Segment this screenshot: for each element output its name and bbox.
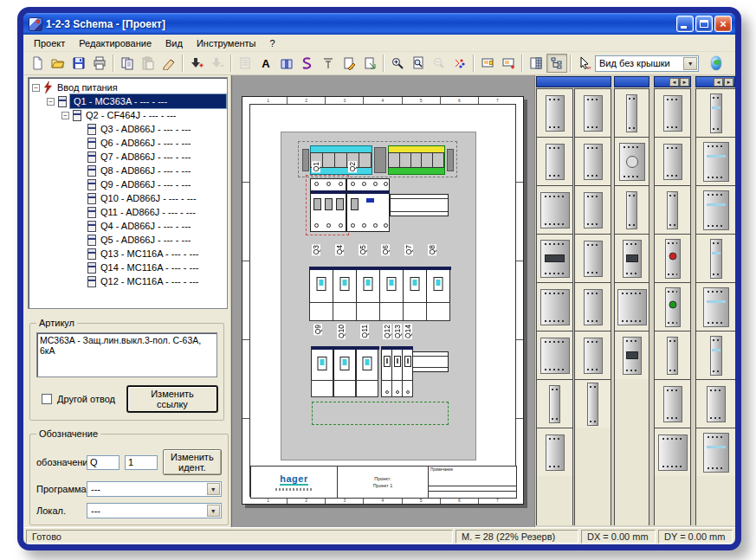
other-tap-checkbox[interactable] — [42, 394, 52, 404]
tree-item[interactable]: Q8 - AD866J - --- - --- — [29, 164, 227, 177]
catalog-cell[interactable] — [536, 379, 573, 428]
catalog-cell[interactable] — [695, 88, 735, 138]
pencil-button[interactable] — [158, 54, 179, 73]
open-button[interactable] — [48, 54, 68, 73]
catalog-cell[interactable] — [614, 234, 649, 283]
tree-item[interactable]: Q3 - AD866J - --- - --- — [29, 122, 227, 136]
menu-item-0[interactable]: Проект — [27, 36, 72, 50]
tree-item[interactable]: Q11 - AD866J - --- - --- — [29, 205, 227, 219]
panel-view-button[interactable] — [526, 54, 546, 73]
tree-expander[interactable]: − — [47, 98, 55, 106]
catalog-cell[interactable] — [614, 137, 649, 186]
options-button[interactable] — [449, 54, 470, 73]
catalog-cell[interactable] — [574, 379, 611, 428]
tree-item[interactable]: Q13 - MC116A - --- - --- — [29, 247, 227, 261]
insert-component-button[interactable] — [186, 54, 207, 73]
catalog-cell[interactable] — [614, 282, 649, 331]
catalog-cell[interactable] — [536, 137, 573, 186]
catalog-cell[interactable] — [574, 234, 611, 283]
designation-number-input[interactable]: 1 — [125, 455, 158, 470]
tree-expander[interactable]: − — [61, 112, 69, 119]
tree-view-button[interactable] — [546, 54, 567, 73]
catalog-cell[interactable] — [654, 379, 691, 428]
project-tree[interactable]: −Ввод питания−Q1 - MC363A - --- - ---−Q2… — [28, 77, 228, 309]
catalog-cell[interactable] — [695, 379, 735, 428]
tree-item[interactable]: Q12 - MC116A - --- - --- — [29, 274, 227, 288]
catalog-cell[interactable] — [574, 137, 611, 186]
device-q6[interactable] — [379, 267, 404, 303]
catalog-cell[interactable] — [695, 234, 735, 283]
frame-add-button[interactable] — [498, 54, 519, 73]
device-q2-rccb[interactable] — [346, 178, 390, 232]
catalog-group-header[interactable] — [614, 76, 649, 87]
save-button[interactable] — [68, 54, 89, 73]
copy-button[interactable] — [117, 54, 138, 73]
catalog-cell[interactable] — [536, 185, 573, 235]
chevron-down-icon[interactable]: ▼ — [683, 57, 697, 70]
print-button[interactable] — [89, 54, 110, 73]
catalog-cell[interactable] — [695, 331, 735, 380]
scroll-left-icon[interactable]: ◄ — [669, 78, 679, 87]
pointer-button[interactable]: er — [574, 54, 595, 73]
catalog-cell[interactable] — [695, 185, 735, 235]
catalog-group-header[interactable]: ◄► — [654, 76, 691, 87]
tree-item[interactable]: −Q1 - MC363A - --- - --- — [29, 94, 227, 108]
catalog-cell[interactable] — [654, 137, 691, 186]
pe-terminal-block[interactable] — [388, 145, 445, 175]
catalog-cell[interactable] — [695, 428, 735, 477]
tree-root-row[interactable]: −Ввод питания — [29, 80, 227, 94]
catalog-cell[interactable] — [695, 282, 735, 331]
device-q8[interactable] — [426, 267, 450, 303]
catalog-cell[interactable] — [654, 282, 691, 331]
program-select[interactable]: --- ▼ — [87, 481, 222, 497]
globe-icon[interactable] — [711, 56, 721, 70]
change-ident-button[interactable]: Изменить идент. — [163, 449, 222, 475]
change-link-button[interactable]: Изменить ссылку — [127, 386, 217, 412]
tree-item[interactable]: Q7 - AD866J - --- - --- — [29, 150, 227, 164]
catalog-group-header[interactable]: ◄► — [695, 76, 735, 87]
tree-item[interactable]: Q5 - AD866J - --- - --- — [29, 233, 227, 247]
designation-prefix-input[interactable]: Q — [87, 455, 120, 470]
catalog-cell[interactable] — [654, 185, 691, 235]
chevron-down-icon[interactable]: ▼ — [207, 483, 220, 495]
catalog-cell[interactable] — [574, 331, 611, 380]
artikul-textbox[interactable]: MC363A - Защ.лин.выкл.3-пол. C-63A, 6кА — [36, 332, 217, 377]
catalog-group-header[interactable] — [536, 76, 611, 87]
catalog-cell[interactable] — [536, 234, 573, 283]
catalog-cell[interactable] — [574, 185, 611, 235]
catalog-cell[interactable] — [614, 88, 649, 138]
maximize-button[interactable] — [695, 16, 713, 32]
catalog-cell[interactable] — [614, 185, 649, 235]
catalog-cell[interactable] — [654, 234, 691, 283]
tree-item[interactable]: Q9 - AD866J - --- - --- — [29, 177, 227, 191]
menu-item-4[interactable]: ? — [263, 36, 282, 50]
hager-symbol-button[interactable] — [297, 54, 318, 73]
device-q11[interactable] — [356, 346, 378, 381]
menu-item-1[interactable]: Редактирование — [72, 36, 158, 50]
tree-item[interactable]: Q4 - AD866J - --- - --- — [29, 219, 227, 233]
print-preview-button[interactable] — [408, 54, 429, 73]
catalog-cell[interactable] — [536, 282, 573, 331]
minimize-button[interactable] — [676, 16, 694, 32]
scroll-left-icon[interactable]: ◄ — [714, 78, 723, 87]
catalog-cell[interactable] — [574, 282, 611, 331]
catalog-cell[interactable] — [574, 88, 611, 138]
catalog-button[interactable] — [276, 54, 297, 73]
device-q1-main-breaker[interactable] — [310, 178, 346, 232]
catalog-cell[interactable] — [536, 331, 573, 380]
drawing-canvas[interactable]: 1234567 1234567 — [231, 75, 534, 527]
text-button[interactable]: A — [255, 54, 276, 73]
catalog-cell[interactable] — [536, 428, 573, 477]
scroll-right-icon[interactable]: ► — [724, 78, 733, 87]
chevron-down-icon[interactable]: ▼ — [207, 505, 220, 517]
menu-item-3[interactable]: Инструменты — [190, 36, 263, 50]
zoom-in-button[interactable] — [387, 54, 408, 73]
tree-expander[interactable]: − — [32, 84, 40, 92]
tree-item[interactable]: Q6 - AD866J - --- - --- — [29, 136, 227, 150]
catalog-cell[interactable] — [654, 331, 691, 380]
device-q9[interactable] — [311, 346, 333, 381]
catalog-cell[interactable] — [654, 428, 691, 477]
device-q3[interactable] — [309, 267, 333, 303]
local-select[interactable]: --- ▼ — [87, 503, 222, 518]
close-button[interactable]: × — [714, 16, 732, 32]
